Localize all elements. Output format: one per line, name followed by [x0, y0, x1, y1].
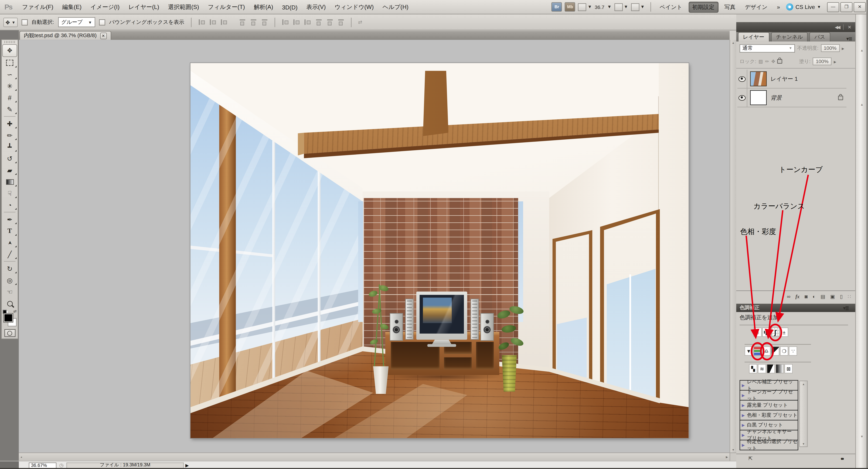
minimize-button[interactable]: — — [827, 2, 839, 12]
cs-live-button[interactable]: CS Live▼ — [786, 3, 821, 10]
gradient-map-icon[interactable] — [775, 364, 784, 373]
screen-mode-dropdown[interactable]: ▼ — [631, 3, 645, 11]
preset-hue-saturation[interactable]: ▶色相・彩度 プリセット — [740, 410, 798, 421]
document-tab[interactable]: 内観test.psd @ 36.7% (RGB/8) ✕ — [20, 31, 111, 40]
close-panel-icon[interactable]: ✕ — [848, 25, 851, 30]
align-vertical-centers-icon[interactable] — [209, 19, 216, 26]
menu-file[interactable]: ファイル(F) — [18, 3, 58, 11]
arrange-documents-dropdown[interactable]: ▼ — [614, 3, 628, 11]
menu-edit[interactable]: 編集(E) — [58, 3, 86, 11]
vibrance-icon[interactable]: ▼ — [745, 346, 753, 356]
exposure-icon[interactable]: ± — [780, 328, 788, 337]
menu-window[interactable]: ウィンドウ(W) — [330, 3, 378, 11]
foreground-color-swatch[interactable] — [4, 314, 13, 322]
eraser-tool[interactable]: ▰ — [2, 164, 18, 176]
mini-bridge-button[interactable]: Mb — [565, 2, 575, 12]
document-tab-close-icon[interactable]: ✕ — [100, 32, 107, 39]
zoom-level-dropdown[interactable]: 36.7 — [595, 4, 604, 10]
black-white-icon[interactable] — [771, 346, 779, 356]
menu-3d[interactable]: 3D(D) — [278, 4, 302, 10]
workspace-essentials[interactable]: 初期設定 — [688, 1, 718, 12]
3d-rotate-tool[interactable]: ↻ — [2, 263, 18, 274]
scroll-right-icon[interactable]: ▶ — [726, 455, 728, 459]
close-button[interactable]: ✕ — [854, 2, 866, 12]
layer-style-icon[interactable]: fx — [796, 294, 800, 299]
layer-name[interactable]: 背景 — [771, 94, 782, 101]
visibility-toggle[interactable] — [738, 70, 747, 88]
brightness-contrast-icon[interactable]: ☼ — [753, 328, 762, 337]
menu-analysis[interactable]: 解析(A) — [249, 3, 278, 11]
shape-tool[interactable]: ╱ — [2, 248, 18, 260]
pen-tool[interactable]: ✒ — [2, 213, 18, 225]
add-layer-mask-icon[interactable]: ◙ — [805, 294, 808, 299]
expand-icon[interactable]: ▶ — [742, 403, 745, 407]
posterize-icon[interactable]: ≋ — [758, 364, 766, 373]
menu-view[interactable]: 表示(V) — [302, 3, 330, 11]
lock-paint-icon[interactable]: ✏ — [765, 59, 769, 64]
layer-thumbnail[interactable] — [750, 90, 767, 105]
expand-icon[interactable]: ▶ — [742, 443, 745, 447]
menu-layer[interactable]: レイヤー(L) — [124, 3, 163, 11]
bounding-box-checkbox[interactable] — [99, 19, 105, 25]
fill-spinner-icon[interactable]: ▶ — [834, 60, 836, 63]
tab-paths[interactable]: パス — [809, 32, 830, 41]
preset-curves[interactable]: ▶トーンカーブ プリセット — [740, 390, 798, 401]
align-top-edges-icon[interactable] — [198, 19, 205, 26]
layer-row-1[interactable]: レイヤー 1 — [738, 70, 846, 89]
workspace-paint[interactable]: ペイント — [656, 2, 686, 12]
menu-select[interactable]: 選択範囲(S) — [164, 3, 204, 11]
distribute-right-edges-icon[interactable] — [337, 19, 344, 26]
tools-panel-grip[interactable] — [4, 41, 15, 43]
workspace-photography[interactable]: 写真 — [721, 2, 739, 12]
new-group-icon[interactable]: ▤ — [820, 294, 825, 299]
distribute-vertical-centers-icon[interactable] — [293, 19, 300, 26]
zoom-tool[interactable] — [2, 298, 18, 309]
invert-icon[interactable]: ▚ — [749, 364, 757, 373]
lock-all-icon[interactable] — [777, 59, 782, 64]
crop-tool[interactable]: # — [2, 92, 18, 103]
presets-scrollbar[interactable]: ▲ ▼ — [799, 380, 808, 447]
default-colors-icon[interactable] — [3, 310, 7, 314]
align-bottom-edges-icon[interactable] — [220, 19, 227, 26]
workspace-overflow[interactable]: » — [774, 3, 783, 11]
align-horizontal-centers-icon[interactable] — [250, 19, 257, 26]
delete-layer-icon[interactable]: ▯ — [840, 294, 843, 299]
panel-menu-icon[interactable]: ▾≣ — [843, 305, 849, 311]
tab-channels[interactable]: チャンネル — [771, 32, 808, 41]
photo-filter-icon[interactable]: ❍ — [780, 346, 788, 356]
scroll-up-icon[interactable]: ▲ — [732, 41, 735, 44]
current-tool-badge[interactable]: ✥▼ — [3, 18, 18, 27]
dodge-tool[interactable]: ◔ — [2, 199, 18, 211]
layer-name[interactable]: レイヤー 1 — [771, 75, 798, 83]
expand-icon[interactable]: ▶ — [742, 423, 745, 427]
distribute-left-edges-icon[interactable] — [315, 19, 322, 26]
hue-saturation-icon[interactable] — [753, 346, 762, 356]
move-tool[interactable]: ✥ — [2, 44, 17, 57]
quick-mask-button[interactable] — [4, 329, 15, 337]
distribute-top-edges-icon[interactable] — [282, 19, 289, 26]
zoom-dropdown-arrow[interactable]: ▼ — [607, 4, 612, 9]
smudge-tool[interactable]: ☟ — [2, 188, 18, 199]
eyedropper-tool[interactable]: ✎ — [2, 103, 18, 115]
expand-icon[interactable]: ▶ — [742, 383, 745, 388]
history-brush-tool[interactable]: ↺ — [2, 153, 18, 164]
visibility-toggle[interactable] — [738, 89, 747, 107]
scroll-left-icon[interactable]: ◂ — [21, 455, 22, 459]
panel-menu-icon[interactable]: ▾≣ — [846, 36, 852, 41]
panel-resize-grip[interactable]: ∷ — [848, 294, 851, 299]
layer-thumbnail[interactable] — [750, 71, 767, 86]
align-left-edges-icon[interactable] — [239, 19, 246, 26]
swap-colors-icon[interactable]: ⇄ — [13, 309, 17, 314]
scroll-down-icon[interactable]: ▼ — [802, 442, 805, 445]
healing-brush-tool[interactable]: ✚ — [2, 118, 18, 129]
menu-help[interactable]: ヘルプ(H) — [378, 3, 413, 11]
distribute-bottom-edges-icon[interactable] — [304, 19, 311, 26]
blend-mode-dropdown[interactable]: 通常▼ — [740, 44, 795, 52]
selective-color-icon[interactable]: ⊠ — [784, 364, 793, 373]
path-selection-tool[interactable]: ➤ — [2, 237, 18, 248]
new-adjustment-layer-icon[interactable]: ◐ — [813, 294, 815, 299]
gradient-tool[interactable] — [2, 176, 18, 188]
scroll-up-icon[interactable]: ▲ — [802, 382, 805, 386]
status-zoom-field[interactable]: 36.67% — [29, 462, 56, 468]
new-layer-icon[interactable]: ▣ — [830, 294, 835, 299]
